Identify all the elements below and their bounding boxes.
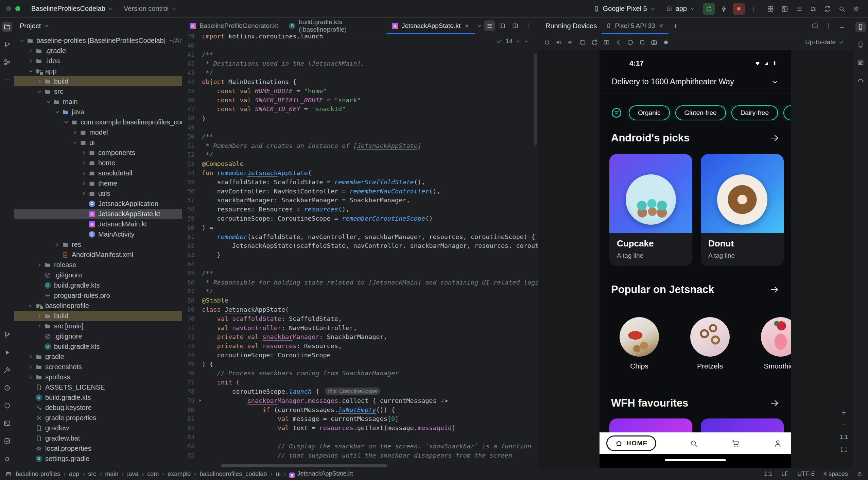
tree-item[interactable]: local.properties — [14, 443, 182, 453]
nav-cart-icon[interactable] — [731, 439, 740, 448]
indent-style[interactable]: 4 spaces — [823, 470, 848, 478]
more-v-button[interactable] — [823, 20, 834, 32]
window-fullscreen-icon[interactable] — [15, 6, 20, 11]
chevron-right-icon[interactable] — [27, 373, 35, 381]
rerun-button[interactable] — [703, 3, 715, 15]
tree-item[interactable]: .gitignore — [14, 270, 182, 280]
home-indicator[interactable] — [665, 459, 726, 461]
code-line[interactable]: 50/** — [182, 132, 538, 141]
tree-item[interactable]: gradle.properties — [14, 413, 182, 423]
snack-card[interactable]: DonutA tag line — [701, 154, 784, 266]
columns-button[interactable] — [497, 20, 508, 31]
tree-item[interactable]: debug.keystore — [14, 402, 182, 413]
chevron-right-icon[interactable] — [80, 179, 88, 187]
tree-item[interactable]: .idea — [14, 56, 182, 66]
run-config-selector[interactable]: app — [663, 3, 698, 14]
code-line[interactable]: 39import kotlinx.coroutines.launch — [182, 34, 538, 41]
version-control-button[interactable] — [2, 330, 12, 340]
tree-item[interactable]: ASSETS_LICENSE — [14, 382, 182, 392]
code-line[interactable]: 71 val navController: NavHostController, — [182, 324, 538, 333]
code-line[interactable]: 72 private val snackbarManager: Snackbar… — [182, 332, 538, 342]
back-button[interactable] — [613, 37, 624, 48]
editor-tab[interactable]: Gbuild.gradle.kts (:baselineprofile) — [283, 18, 386, 34]
code-line[interactable]: 74 coroutineScope: CoroutineScope — [182, 351, 538, 360]
tree-item[interactable]: baselineprofile — [14, 301, 182, 311]
project-menu-button[interactable]: BaselineProfilesCodelab — [29, 3, 116, 14]
zoom-level[interactable]: 1:1 — [840, 434, 848, 441]
file-encoding[interactable]: UTF-8 — [797, 470, 815, 478]
chevron-right-icon[interactable] — [80, 169, 88, 177]
tree-item[interactable]: build — [14, 76, 182, 86]
code-line[interactable]: 66 * Responsible for holding state relat… — [182, 278, 538, 287]
run-button[interactable] — [2, 347, 12, 358]
next-problem-icon[interactable] — [524, 39, 529, 44]
more-v-button[interactable] — [523, 20, 534, 31]
breadcrumb-item[interactable]: java — [127, 470, 138, 478]
breadcrumb-item[interactable]: src — [88, 470, 96, 478]
window-close-icon[interactable] — [6, 6, 11, 11]
tree-item[interactable]: com.example.baselineprofiles_codel — [14, 117, 182, 127]
code-line[interactable]: 76 // Process snackbars coming from Snac… — [182, 369, 538, 378]
chevron-down-icon[interactable] — [18, 36, 26, 45]
readonly-icon[interactable] — [857, 471, 863, 477]
chevron-down-icon[interactable] — [71, 138, 79, 147]
chevron-right-icon[interactable] — [35, 77, 44, 85]
zoom-out-button[interactable] — [840, 422, 847, 428]
more-h-button[interactable] — [2, 75, 12, 85]
commit-button[interactable] — [2, 39, 12, 50]
split-button[interactable] — [809, 20, 821, 32]
tree-item[interactable]: CMainActivity — [14, 229, 182, 239]
close-icon[interactable] — [464, 23, 470, 29]
tree-item[interactable]: home — [14, 158, 182, 168]
breadcrumb-item[interactable]: app — [69, 470, 79, 478]
settings-button[interactable] — [850, 3, 862, 15]
filter-chip[interactable]: Organic — [629, 105, 670, 120]
code-line[interactable]: 68@Stable — [182, 296, 538, 305]
code-line[interactable]: 52 */ — [182, 150, 538, 159]
code-editor[interactable]: 39import kotlinx.coroutines.launch4041/*… — [182, 34, 538, 468]
code-line[interactable]: 47 const val SNACK_ID_KEY = "snackId" — [182, 105, 538, 114]
code-line[interactable]: 54fun rememberJetsnackAppState( — [182, 169, 538, 178]
code-line[interactable]: 48} — [182, 114, 538, 123]
structure-button[interactable] — [2, 57, 12, 67]
chevron-down-icon[interactable] — [53, 108, 61, 116]
gradle-button[interactable] — [855, 75, 866, 85]
chevron-right-icon[interactable] — [35, 261, 44, 269]
filter-chip-partial[interactable] — [783, 105, 791, 120]
code-line[interactable]: 56 navController: NavHostController = re… — [182, 187, 538, 196]
code-line[interactable]: 41/** — [182, 50, 538, 59]
code-line[interactable]: 79 snackbarManager.messages.collect { cu… — [182, 396, 538, 406]
breadcrumb-item[interactable]: main — [105, 470, 118, 478]
nav-search-icon[interactable] — [689, 439, 698, 448]
volume-down-button[interactable] — [565, 37, 576, 48]
code-line[interactable]: 42 * Destinations used in the [JetsnackM… — [182, 59, 538, 68]
tree-item[interactable]: proguard-rules.pro — [14, 290, 182, 301]
project-button[interactable] — [2, 22, 12, 32]
tree-item[interactable]: theme — [14, 178, 182, 188]
filter-chip[interactable]: Gluten-free — [675, 105, 726, 120]
arrow-right-icon[interactable] — [769, 398, 780, 408]
tree-item[interactable]: ui — [14, 137, 182, 148]
overview-button[interactable] — [637, 37, 648, 48]
code-line[interactable]: 84 // Display the snackbar on the screen… — [182, 442, 538, 451]
code-line[interactable]: 63 } — [182, 251, 538, 260]
bug-button[interactable] — [808, 3, 819, 15]
breadcrumb-item[interactable]: com — [147, 470, 159, 478]
tree-item[interactable]: gradle — [14, 352, 182, 362]
code-line[interactable]: 60) = — [182, 223, 538, 233]
more-v-button[interactable] — [748, 3, 760, 15]
device-manager-button[interactable] — [855, 39, 866, 50]
diff-button[interactable] — [779, 3, 791, 15]
code-line[interactable]: 73 private val resources: Resources, — [182, 342, 538, 351]
problems-button[interactable] — [2, 383, 12, 393]
device-tab[interactable]: Pixel 5 API 33 — [602, 18, 668, 34]
tree-item[interactable]: snackdetail — [14, 168, 182, 178]
popular-item[interactable]: Pretzels — [690, 317, 730, 370]
code-line[interactable]: 82 val text = resources.getText(message.… — [182, 424, 538, 433]
breadcrumb-item[interactable]: ui — [276, 470, 280, 478]
split-button[interactable] — [510, 20, 521, 31]
code-line[interactable]: 78 coroutineScope.launch { this: Corouti… — [182, 387, 538, 396]
code-line[interactable]: 80 if (currentMessages.isNotEmpty()) { — [182, 406, 538, 415]
chevron-right-icon[interactable] — [35, 312, 44, 320]
arrow-right-icon[interactable] — [769, 285, 780, 295]
